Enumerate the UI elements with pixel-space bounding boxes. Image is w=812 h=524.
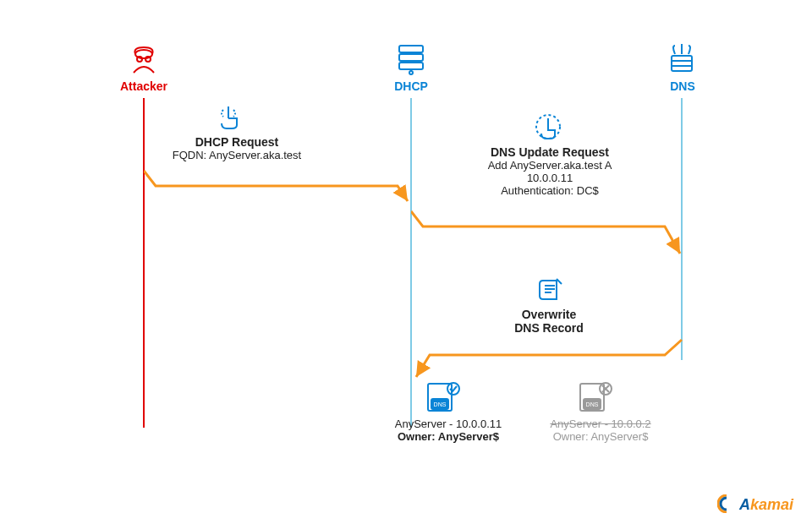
dns-bad-icon: DNS [577,380,614,414]
svg-rect-3 [399,46,423,52]
svg-rect-8 [672,56,692,71]
msg3-title: Overwrite DNS Record [494,308,604,335]
svg-point-6 [409,71,413,74]
dns-record-old: AnyServer - 10.0.0.2 Owner: AnyServer$ [533,418,668,443]
arrow-dhcp-to-dns [411,208,685,259]
msg-overwrite: Overwrite DNS Record [494,308,604,335]
msg1-body: FQDN: AnyServer.aka.test [152,149,321,161]
swipe-icon [533,112,563,142]
attacker-icon [127,42,161,76]
arrow-attacker-to-dhcp [144,167,414,206]
diagram-stage: Attacker DHCP DNS DHCP Re [0,0,812,524]
msg2-body: Add AnyServer.aka.test A 10.0.0.11 Authe… [448,159,651,197]
msg-dhcp-request: DHCP Request FQDN: AnyServer.aka.test [152,135,321,161]
attacker-label: Attacker [118,79,169,93]
dns-record-new: AnyServer - 10.0.0.11 Owner: AnyServer$ [381,418,516,443]
svg-text:DNS: DNS [434,401,447,407]
dns-label: DNS [668,79,697,93]
arrow-dns-to-dhcp [411,336,685,384]
rec-old-l2: Owner: AnyServer$ [533,430,668,443]
rec-new-l1: AnyServer - 10.0.0.11 [381,418,516,430]
dhcp-label: DHCP [391,79,431,93]
dns-ok-icon: DNS [425,380,462,414]
rec-new-l2: Owner: AnyServer$ [381,430,516,443]
msg-dns-update: DNS Update Request Add AnyServer.aka.tes… [448,145,651,197]
msg2-title: DNS Update Request [448,145,651,159]
svg-point-2 [145,57,151,62]
svg-point-17 [447,383,459,395]
msg1-title: DHCP Request [152,135,321,149]
server-icon [394,42,428,76]
svg-rect-4 [399,54,423,61]
svg-text:DNS: DNS [586,401,599,407]
attacker-lifeline [143,98,145,428]
dns-server-icon [665,42,699,76]
scroll-icon [536,276,565,304]
svg-point-1 [137,57,142,62]
tap-icon [218,103,244,132]
akamai-logo: AAkamaikamai [717,494,793,514]
svg-rect-5 [399,63,423,69]
rec-old-l1: AnyServer - 10.0.0.2 [533,418,668,430]
